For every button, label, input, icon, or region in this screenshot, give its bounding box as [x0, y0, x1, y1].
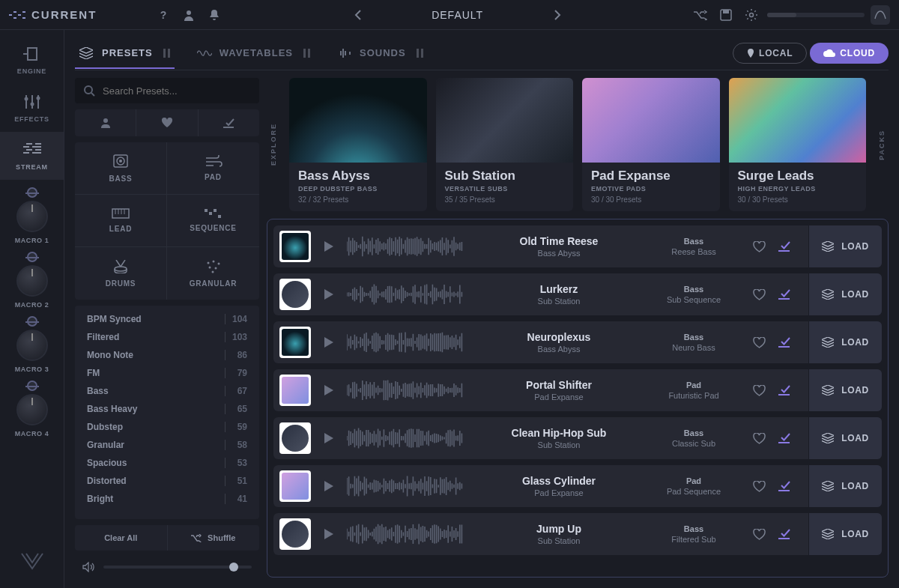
local-button[interactable]: LOCAL — [733, 43, 807, 64]
shuffle-icon[interactable] — [691, 5, 710, 25]
next-preset-button[interactable] — [548, 5, 567, 25]
play-button[interactable] — [318, 428, 339, 449]
cloud-button[interactable]: CLOUD — [810, 43, 889, 64]
play-button[interactable] — [318, 476, 339, 497]
load-button[interactable]: LOAD — [808, 465, 882, 507]
pack-card[interactable]: Surge LeadsHIGH ENERGY LEADS30 / 30 Pres… — [729, 78, 867, 211]
preset-title[interactable]: DEFAULT — [383, 9, 533, 21]
play-button[interactable] — [318, 284, 339, 305]
tag-row[interactable]: Granular58 — [75, 436, 259, 454]
tab-wavetables[interactable]: WAVETABLES — [193, 38, 315, 68]
load-button[interactable]: LOAD — [808, 513, 882, 555]
preset-row[interactable]: NeuroplexusBass Abyss BassNeuro Bass LOA… — [273, 321, 882, 363]
filter-downloaded-button[interactable] — [199, 109, 259, 136]
tag-row[interactable]: Filtered103 — [75, 328, 259, 346]
preset-thumbnail — [279, 279, 311, 310]
tag-row[interactable]: FM79 — [75, 364, 259, 382]
tag-row[interactable]: Spacious53 — [75, 454, 259, 472]
save-icon[interactable] — [716, 5, 736, 25]
clear-all-button[interactable]: Clear All — [75, 525, 168, 551]
tag-row[interactable]: Bass67 — [75, 382, 259, 400]
preset-row[interactable]: Clean Hip-Hop SubSub Station BassClassic… — [273, 417, 882, 459]
help-icon[interactable]: ? — [154, 5, 173, 25]
search-field[interactable] — [103, 85, 250, 97]
load-button[interactable]: LOAD — [808, 225, 882, 267]
tag-row[interactable]: Mono Note86 — [75, 346, 259, 364]
preset-tags: BassSub Sequence — [653, 285, 735, 304]
tag-row[interactable]: Dubstep59 — [75, 418, 259, 436]
user-icon[interactable] — [179, 5, 199, 25]
layers-icon — [822, 337, 834, 348]
tab-presets[interactable]: PRESETS — [75, 38, 175, 68]
macro-1[interactable]: MACRO 1 — [0, 187, 64, 244]
favorite-button[interactable] — [753, 385, 766, 396]
favorite-button[interactable] — [753, 337, 766, 348]
settings-icon[interactable] — [742, 5, 761, 25]
knob-icon[interactable] — [16, 394, 48, 425]
pack-card[interactable]: Pad ExpanseEMOTIVE PADS30 / 30 Presets — [582, 78, 720, 211]
preset-row[interactable]: Portal ShifterPad Expanse PadFuturistic … — [273, 369, 882, 411]
load-button[interactable]: LOAD — [808, 273, 882, 315]
knob-icon[interactable] — [16, 201, 48, 232]
macro-2[interactable]: MACRO 2 — [0, 252, 64, 309]
favorite-button[interactable] — [753, 241, 766, 252]
category-bass[interactable]: BASS — [75, 142, 167, 195]
download-button[interactable] — [778, 241, 790, 252]
pack-card[interactable]: Sub StationVERSATILE SUBS35 / 35 Presets — [436, 78, 574, 211]
tab-sounds[interactable]: SOUNDS — [333, 38, 428, 68]
tag-row[interactable]: Bright41 — [75, 490, 259, 508]
favorite-button[interactable] — [753, 433, 766, 444]
prev-preset-button[interactable] — [348, 5, 368, 25]
limiter-icon[interactable] — [871, 5, 890, 25]
svg-text:?: ? — [160, 9, 167, 21]
rail-effects[interactable]: EFFECTS — [0, 84, 64, 132]
preset-tags: BassNeuro Bass — [653, 333, 735, 352]
pack-card[interactable]: Bass AbyssDEEP DUBSTEP BASS32 / 32 Prese… — [289, 78, 427, 211]
tag-row[interactable]: Distorted51 — [75, 472, 259, 490]
tag-row[interactable]: BPM Synced104 — [75, 310, 259, 328]
play-button[interactable] — [318, 380, 339, 401]
rail-stream[interactable]: STREAM — [0, 132, 64, 180]
preset-row[interactable]: Jump UpSub Station BassFiltered Sub LOAD — [273, 513, 882, 555]
bell-icon[interactable] — [205, 5, 224, 25]
preset-name: Old Time Reese — [473, 235, 645, 247]
svg-point-18 — [115, 267, 127, 271]
category-lead[interactable]: LEAD — [75, 195, 167, 247]
favorite-button[interactable] — [753, 481, 766, 492]
play-button[interactable] — [318, 524, 339, 545]
category-sequence[interactable]: SEQUENCE — [167, 195, 259, 247]
download-button[interactable] — [778, 337, 790, 348]
rail-engine[interactable]: ENGINE — [0, 36, 64, 84]
preset-row[interactable]: Glass CylinderPad Expanse PadPad Sequenc… — [273, 465, 882, 507]
favorite-button[interactable] — [753, 529, 766, 540]
load-button[interactable]: LOAD — [808, 321, 882, 363]
macro-4[interactable]: MACRO 4 — [0, 381, 64, 437]
download-button[interactable] — [778, 433, 790, 443]
preview-volume[interactable] — [75, 557, 259, 578]
keyboard-icon — [112, 208, 130, 219]
shuffle-button[interactable]: Shuffle — [168, 525, 260, 551]
play-button[interactable] — [318, 332, 339, 353]
master-volume-slider[interactable] — [767, 13, 865, 17]
search-input[interactable] — [75, 78, 259, 103]
filter-user-button[interactable] — [75, 109, 136, 136]
download-button[interactable] — [778, 289, 790, 300]
play-button[interactable] — [318, 236, 339, 257]
preset-row[interactable]: Old Time ReeseBass Abyss BassReese Bass … — [273, 225, 882, 267]
tag-row[interactable]: Bass Heavy65 — [75, 400, 259, 418]
favorite-button[interactable] — [753, 289, 766, 300]
knob-icon[interactable] — [16, 330, 48, 361]
category-drums[interactable]: DRUMS — [75, 247, 167, 300]
category-granular[interactable]: GRANULAR — [167, 247, 259, 300]
macro-3[interactable]: MACRO 3 — [0, 316, 64, 373]
download-button[interactable] — [778, 481, 790, 491]
preset-row[interactable]: LurkerzSub Station BassSub Sequence LOAD — [273, 273, 882, 315]
download-button[interactable] — [778, 529, 790, 539]
category-pad[interactable]: PAD — [167, 142, 259, 195]
filter-favorite-button[interactable] — [136, 109, 198, 136]
knob-icon[interactable] — [16, 265, 48, 297]
waveform — [347, 235, 465, 258]
load-button[interactable]: LOAD — [808, 369, 882, 411]
load-button[interactable]: LOAD — [808, 417, 882, 459]
download-button[interactable] — [778, 385, 790, 395]
